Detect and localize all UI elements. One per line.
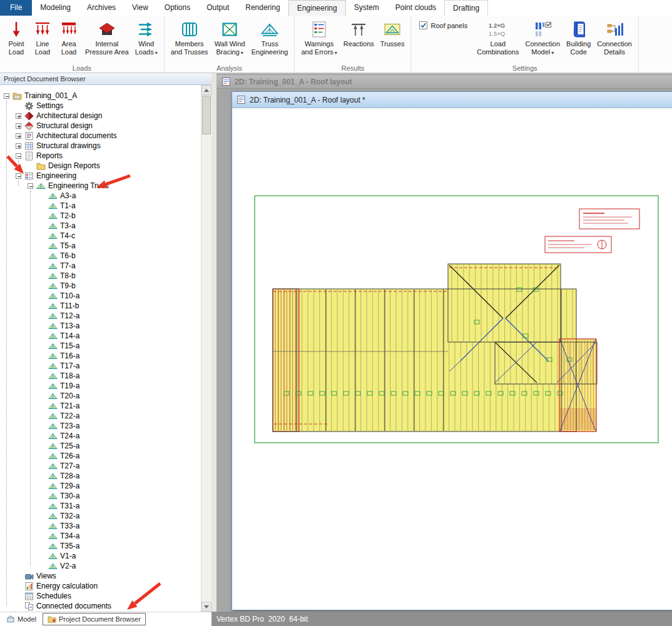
- menu-tab-view[interactable]: View: [124, 0, 156, 16]
- ribbon-button-point-load[interactable]: PointLoad: [3, 17, 29, 56]
- ribbon-button-label: Members: [175, 40, 204, 48]
- menu-tab-modeling[interactable]: Modeling: [32, 0, 79, 16]
- collapse-toggle-icon[interactable]: [16, 173, 21, 179]
- expand-toggle-icon[interactable]: [16, 143, 21, 149]
- ribbon-button-reactions[interactable]: Reactions: [340, 17, 377, 48]
- panel-tab-model[interactable]: Model: [2, 613, 41, 625]
- menu-tab-archives[interactable]: Archives: [79, 0, 124, 16]
- tree-item-label: T8-b: [60, 271, 76, 280]
- tree-item-engineering-truss[interactable]: Engineering Truss: [0, 181, 201, 191]
- truss-icon: [48, 522, 58, 531]
- energy-icon: [24, 582, 34, 591]
- menu-tab-drafting[interactable]: Drafting: [444, 0, 488, 16]
- ribbon-button-area-load[interactable]: AreaLoad: [56, 17, 82, 56]
- tree-item-structural-design[interactable]: Structural design: [0, 121, 201, 131]
- ribbon-group-label: Loads: [0, 64, 164, 72]
- drawing-document-icon: [237, 95, 246, 104]
- tree-item-engineering[interactable]: Engineering: [0, 171, 201, 181]
- menu-tab-engineering[interactable]: Engineering: [288, 0, 346, 16]
- ribbon-button-label: Wall Wind: [215, 40, 245, 48]
- tree-item-label: Schedules: [36, 592, 71, 600]
- tree-item-connected-documents[interactable]: Connected documents: [0, 601, 201, 611]
- tree-item-label: T19-a: [60, 381, 79, 390]
- tree-item-settings[interactable]: Settings: [0, 101, 201, 111]
- background-window-title: 2D: Training_001_A - Roof layout: [235, 78, 352, 86]
- reports-icon: [24, 151, 34, 161]
- ribbon-button-connection-model[interactable]: ConnectionModel▾: [522, 17, 563, 57]
- load-factor-g: 1.2×G: [489, 22, 505, 29]
- ribbon-button-trusses[interactable]: Trusses: [377, 17, 408, 48]
- connection-details-icon: [605, 19, 624, 40]
- tree-item-design-reports[interactable]: Design Reports: [0, 161, 201, 171]
- ribbon-button-load-combinations[interactable]: 1.2×G1.5×QLoadCombinations: [474, 17, 522, 56]
- collapse-toggle-icon[interactable]: [16, 153, 21, 159]
- truss-icon: [48, 321, 58, 331]
- panel-tab-project-document-browser[interactable]: Project Document Browser: [43, 613, 146, 625]
- tree-item-label: T1-a: [60, 201, 76, 210]
- menu-tab-file[interactable]: File: [0, 0, 32, 16]
- menu-tab-point-clouds[interactable]: Point clouds: [387, 0, 444, 16]
- ribbon-button-members-and-trusses[interactable]: Membersand Trusses: [168, 17, 211, 56]
- panel-splitter[interactable]: [211, 73, 216, 612]
- tree-item-label: T27-a: [60, 462, 79, 470]
- truss-icon: [48, 311, 58, 321]
- scroll-down-button[interactable]: [201, 602, 211, 612]
- truss-icon: [48, 251, 58, 261]
- tree-item-label: V2-a: [60, 562, 76, 570]
- tree-item-architectural-design[interactable]: Architectural design: [0, 111, 201, 121]
- tree-item-architectural-documents[interactable]: Architectural documents: [0, 131, 201, 141]
- ribbon-button-label: Area: [61, 40, 76, 48]
- ribbon-button-label-text: Load: [61, 48, 76, 56]
- ribbon-group-label: Results: [295, 64, 410, 72]
- truss-icon: [48, 401, 58, 411]
- tree-item-training-001-a[interactable]: Training_001_A: [0, 91, 201, 101]
- expand-toggle-icon[interactable]: [16, 113, 21, 119]
- ribbon-button-label-text: Reactions: [344, 40, 374, 48]
- ribbon-button-wind-loads[interactable]: WindLoads▾: [132, 17, 161, 57]
- menu-tab-rendering[interactable]: Rendering: [237, 0, 288, 16]
- ribbon-group-label: Settings: [411, 64, 638, 72]
- browser-tab-icon: [48, 615, 56, 623]
- menu-tab-options[interactable]: Options: [156, 0, 198, 16]
- tree-guide-line: [6, 101, 7, 606]
- truss-icon: [48, 231, 58, 241]
- tree-item-label: A3-a: [60, 191, 76, 200]
- ribbon-button-internal-pressure-area[interactable]: InternalPressure Area: [82, 17, 132, 56]
- truss-icon: [48, 381, 58, 391]
- ribbon-button-label-text: Connection: [525, 40, 560, 48]
- menu-tab-output[interactable]: Output: [198, 0, 237, 16]
- tree-item-label: T13-a: [60, 321, 79, 330]
- ribbon-toolbar: PointLoadLineLoadAreaLoadInternalPressur…: [0, 16, 672, 73]
- drawing-canvas[interactable]: [232, 108, 672, 610]
- ribbon-button-warnings-and-errors[interactable]: Warningsand Errors▾: [298, 17, 340, 57]
- scroll-up-button[interactable]: [201, 85, 211, 95]
- tree-item-structural-drawings[interactable]: Structural drawings: [0, 141, 201, 151]
- ribbon-button-connection-details[interactable]: ConnectionDetails: [594, 17, 635, 56]
- expand-toggle-icon[interactable]: [16, 133, 21, 139]
- tree-item-label: Training_001_A: [24, 91, 77, 100]
- tree-item-views[interactable]: Views: [0, 571, 201, 581]
- tree-item-label: Architectural design: [36, 111, 102, 120]
- ribbon-button-label: Code: [571, 48, 587, 56]
- drawing-window-titlebar[interactable]: 2D: Training_001_A - Roof layout *: [232, 92, 672, 108]
- roof-panels-checkbox[interactable]: Roof panels: [419, 21, 467, 29]
- ribbon-button-label-text: Loads: [135, 48, 154, 56]
- ribbon-button-building-code[interactable]: BuildingCode: [563, 17, 594, 56]
- truss-icon: [48, 452, 58, 461]
- background-window-titlebar[interactable]: 2D: Training_001_A - Roof layout: [216, 75, 672, 89]
- truss-icon: [48, 351, 58, 361]
- expand-toggle-icon[interactable]: [16, 123, 21, 129]
- scroll-thumb[interactable]: [202, 96, 211, 134]
- collapse-toggle-icon[interactable]: [4, 93, 9, 99]
- truss-icon: [48, 191, 58, 201]
- tree-item-schedules[interactable]: Schedules: [0, 591, 201, 601]
- tree-item-energy-calculation[interactable]: Energy calculation: [0, 581, 201, 591]
- ribbon-button-truss-engineering[interactable]: TrussEngineering: [248, 17, 292, 56]
- collapse-toggle-icon[interactable]: [28, 183, 33, 189]
- tree-scrollbar[interactable]: [201, 85, 211, 612]
- menu-tab-system[interactable]: System: [346, 0, 387, 16]
- ribbon-button-label-text: Engineering: [252, 48, 288, 56]
- ribbon-button-wall-wind-bracing[interactable]: Wall WindBracing▾: [211, 17, 248, 57]
- tree-item-reports[interactable]: Reports: [0, 151, 201, 161]
- ribbon-button-line-load[interactable]: LineLoad: [29, 17, 56, 56]
